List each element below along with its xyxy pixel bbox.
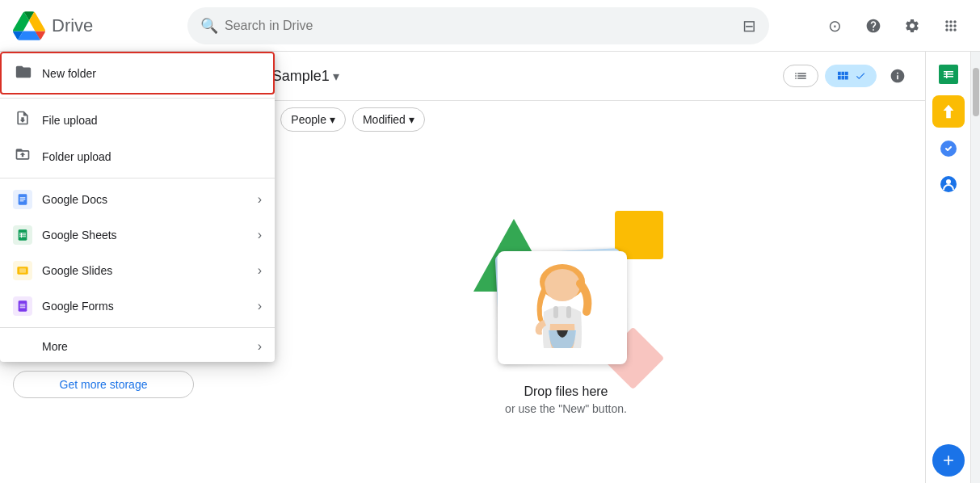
grid-view-button[interactable]: [825, 65, 877, 87]
google-docs-label: Google Docs: [42, 193, 248, 206]
folder-upload-label: Folder upload: [42, 150, 262, 163]
header: Drive 🔍 ⊟ ⊙: [0, 0, 980, 52]
google-slides-icon: [13, 261, 32, 280]
more-label: More: [42, 340, 248, 353]
view-controls: [783, 61, 912, 90]
google-sheets-icon: [13, 225, 32, 245]
google-sheets-item[interactable]: Google Sheets ›: [0, 217, 275, 253]
svg-rect-26: [20, 305, 26, 306]
apps-grid-button[interactable]: [935, 10, 967, 42]
filter-people-arrow: ▾: [330, 113, 335, 126]
illustration: [453, 207, 679, 384]
filter-bar: Type ▾ People ▾ Modified ▾: [207, 101, 925, 138]
file-upload-icon: [13, 110, 32, 130]
google-forms-icon: [13, 296, 32, 316]
sheets-right-icon[interactable]: [932, 58, 965, 90]
google-sheets-arrow: ›: [258, 228, 262, 242]
search-bar[interactable]: 🔍 ⊟: [187, 7, 769, 44]
right-sidebar: [925, 52, 970, 483]
svg-rect-23: [19, 268, 26, 272]
google-docs-item[interactable]: Google Docs ›: [0, 182, 275, 217]
divider-3: [0, 327, 275, 328]
google-slides-item[interactable]: Google Slides ›: [0, 253, 275, 288]
svg-rect-8: [944, 76, 953, 78]
folder-upload-item[interactable]: Folder upload: [0, 138, 275, 174]
new-folder-label: New folder: [42, 67, 96, 80]
logo-title: Drive: [52, 15, 93, 36]
google-forms-item[interactable]: Google Forms ›: [0, 288, 275, 324]
divider-1: [0, 98, 275, 99]
svg-rect-20: [19, 236, 26, 237]
svg-rect-6: [944, 71, 953, 73]
svg-rect-16: [20, 200, 24, 201]
new-folder-item[interactable]: New folder: [0, 52, 275, 94]
file-upload-item[interactable]: File upload: [0, 102, 275, 138]
google-sheets-label: Google Sheets: [42, 229, 248, 242]
google-slides-arrow: ›: [258, 263, 262, 278]
svg-rect-21: [21, 233, 22, 237]
drop-files-title: Drop files here: [524, 384, 608, 399]
divider-2: [0, 178, 275, 178]
folder-upload-icon: [13, 146, 32, 166]
svg-rect-4: [566, 306, 571, 318]
scrollbar-thumb[interactable]: [973, 68, 979, 116]
drive-logo-icon: [13, 10, 45, 42]
header-icons: ⊙: [818, 10, 967, 42]
google-docs-arrow: ›: [258, 192, 262, 207]
photo-card-front: [498, 251, 627, 364]
file-upload-label: File upload: [42, 114, 262, 127]
chevron-down-icon: ▾: [333, 69, 339, 84]
google-slides-label: Google Slides: [42, 264, 248, 277]
tune-icon[interactable]: ⊟: [742, 16, 756, 36]
info-button[interactable]: [883, 61, 912, 90]
account-circle-button[interactable]: ⊙: [818, 10, 851, 42]
contacts-right-icon[interactable]: [932, 168, 965, 200]
svg-rect-19: [19, 234, 26, 235]
google-docs-icon: [13, 190, 32, 209]
filter-people-button[interactable]: People ▾: [280, 107, 346, 132]
filter-modified-arrow: ▾: [409, 113, 414, 126]
svg-rect-14: [20, 197, 26, 198]
google-forms-arrow: ›: [258, 299, 262, 313]
scrollbar[interactable]: [970, 52, 980, 483]
breadcrumb-current[interactable]: Sample1 ▾: [272, 68, 339, 85]
get-more-storage-button[interactable]: Get more storage: [13, 371, 194, 398]
help-button[interactable]: [857, 10, 890, 42]
drop-zone: Drop files here or use the "New" button.: [207, 138, 925, 483]
dropdown-overlay: New folder File upload Folder upload Goo…: [0, 52, 275, 362]
search-icon: 🔍: [200, 17, 218, 35]
svg-rect-9: [946, 71, 948, 78]
keep-right-icon[interactable]: [932, 95, 965, 128]
svg-rect-27: [20, 307, 26, 308]
svg-rect-18: [19, 233, 26, 233]
google-forms-label: Google Forms: [42, 300, 248, 313]
svg-point-12: [946, 179, 951, 184]
add-apps-button[interactable]: [932, 444, 965, 477]
svg-rect-25: [20, 304, 26, 304]
svg-rect-3: [553, 306, 558, 318]
settings-button[interactable]: [896, 10, 928, 42]
list-view-button[interactable]: [783, 65, 818, 87]
content-area: Drive › Sample1 ▾ Typ: [207, 52, 925, 483]
person-illustration: [510, 259, 615, 356]
breadcrumb-bar: Drive › Sample1 ▾: [207, 52, 925, 101]
filter-modified-button[interactable]: Modified ▾: [352, 107, 425, 132]
svg-rect-7: [944, 74, 953, 75]
tasks-right-icon[interactable]: [932, 132, 965, 165]
search-input[interactable]: [225, 19, 736, 33]
more-item[interactable]: More ›: [0, 331, 275, 362]
svg-point-2: [545, 269, 580, 301]
drop-files-subtitle: or use the "New" button.: [505, 402, 627, 415]
dropdown-menu: New folder File upload Folder upload Goo…: [0, 52, 275, 362]
more-arrow: ›: [258, 339, 262, 354]
logo-area: Drive: [13, 10, 175, 42]
svg-rect-15: [20, 199, 26, 200]
new-folder-icon: [15, 63, 32, 83]
